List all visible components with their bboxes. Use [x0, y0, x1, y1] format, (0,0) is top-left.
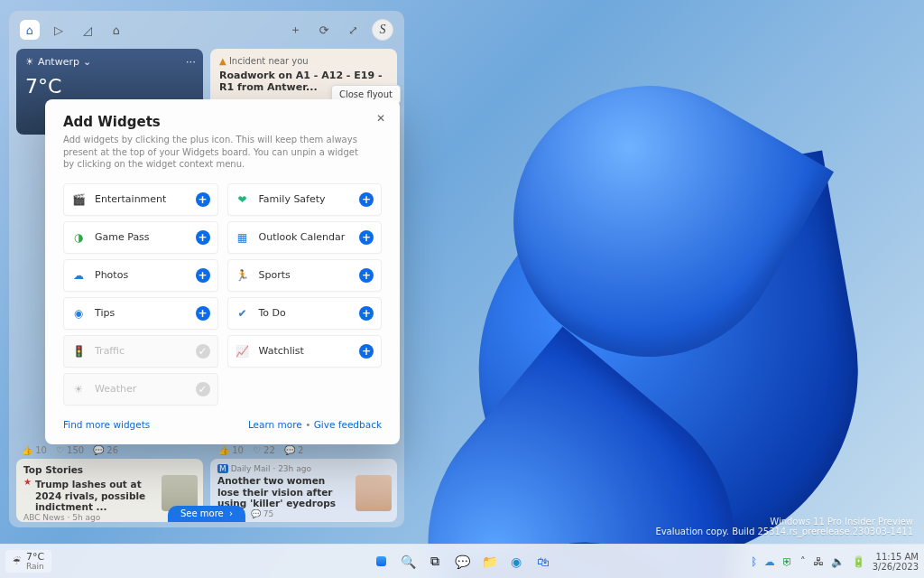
widget-icon: ✔: [236, 306, 250, 321]
widget-disabled-icon: ✓: [196, 382, 210, 396]
likes-count: 10: [218, 445, 244, 455]
refresh-icon[interactable]: ⟳: [314, 20, 334, 40]
story-headline: Trump lashes out at 2024 rivals, possibl…: [35, 479, 164, 513]
comments-count: 26: [93, 445, 118, 455]
avatar[interactable]: S: [372, 19, 393, 41]
modal-subtitle: Add widgets by clicking the plus icon. T…: [63, 134, 369, 171]
widget-name: Family Safety: [259, 193, 360, 205]
find-more-widgets-link[interactable]: Find more widgets: [63, 419, 150, 430]
expand-icon[interactable]: ⤢: [343, 20, 363, 40]
add-widgets-modal: ✕ Add Widgets Add widgets by clicking th…: [45, 99, 400, 444]
add-widget-button[interactable]: +: [359, 230, 374, 245]
widget-name: To Do: [259, 307, 360, 319]
volume-icon[interactable]: 🔈: [831, 555, 845, 568]
battery-icon[interactable]: 🔋: [852, 555, 865, 568]
widget-row-watchlist[interactable]: 📈Watchlist+: [227, 335, 383, 368]
widget-icon: 🚦: [71, 344, 86, 359]
chat-icon[interactable]: 💬: [451, 551, 473, 573]
bluetooth-icon[interactable]: ᛒ: [751, 555, 757, 568]
edge-icon[interactable]: ◉: [505, 551, 527, 573]
widget-icon: ❤: [236, 192, 250, 207]
likes-count: 10: [22, 445, 47, 455]
views-count: 150: [56, 445, 84, 455]
hearts-count: 22: [253, 445, 275, 455]
widget-name: Traffic: [95, 345, 196, 357]
widget-row-weather[interactable]: ☀Weather✓: [63, 373, 218, 406]
chart-icon[interactable]: ◿: [78, 20, 97, 40]
tag-icon[interactable]: ⌂: [106, 20, 126, 40]
add-widget-button[interactable]: +: [359, 306, 374, 321]
search-icon[interactable]: 🔍: [397, 551, 419, 573]
widget-name: Entertainment: [95, 193, 196, 205]
story-thumb: [356, 475, 392, 511]
widget-disabled-icon: ✓: [196, 344, 210, 359]
see-more-button[interactable]: See more ›: [168, 506, 245, 522]
widget-name: Weather: [95, 383, 196, 395]
stories-row: Top Stories ★Trump lashes out at 2024 ri…: [16, 459, 397, 522]
widget-row-tips[interactable]: ◉Tips+: [63, 297, 218, 330]
taskbar-clock[interactable]: 11:15 AM 3/26/2023: [873, 552, 919, 572]
story-source: Daily Mail · 23h ago: [231, 464, 311, 473]
widget-row-game-pass[interactable]: ◑Game Pass+: [63, 221, 218, 254]
modal-title: Add Widgets: [63, 114, 382, 130]
widget-row-family-safety[interactable]: ❤Family Safety+: [227, 183, 383, 216]
add-widget-button[interactable]: +: [196, 268, 210, 283]
play-icon[interactable]: ▷: [49, 20, 69, 40]
widget-name: Game Pass: [95, 231, 196, 243]
task-view-icon[interactable]: ⧉: [424, 551, 446, 573]
add-widget-button[interactable]: +: [359, 192, 374, 207]
explorer-icon[interactable]: 📁: [478, 551, 500, 573]
widget-icon: ◉: [71, 306, 86, 321]
traffic-tag: Incident near you: [229, 56, 309, 66]
give-feedback-link[interactable]: Give feedback: [314, 419, 382, 430]
add-widget-button[interactable]: +: [196, 306, 210, 321]
widget-name: Watchlist: [259, 345, 360, 357]
start-button[interactable]: [370, 551, 392, 573]
build-watermark: Windows 11 Pro Insider Preview Evaluatio…: [655, 517, 913, 536]
widget-name: Sports: [259, 269, 360, 281]
widget-row-outlook-calendar[interactable]: ▦Outlook Calendar+: [227, 221, 383, 254]
widget-icon: ☀: [71, 382, 86, 396]
network-icon[interactable]: 🖧: [813, 555, 824, 568]
widget-icon: ☁: [71, 268, 86, 283]
widget-name: Photos: [95, 269, 196, 281]
chevron-up-icon[interactable]: ˄: [800, 555, 806, 568]
close-icon[interactable]: ✕: [371, 108, 391, 128]
widget-icon: ◑: [71, 230, 86, 245]
add-widget-button[interactable]: +: [196, 192, 210, 207]
add-widget-button[interactable]: +: [196, 230, 210, 245]
widget-row-traffic[interactable]: 🚦Traffic✓: [63, 335, 218, 368]
story-headline: Another two women lose their vision afte…: [217, 475, 346, 509]
top-stories-label: Top Stories: [23, 464, 196, 475]
weather-temp: 7°C: [25, 75, 194, 98]
weather-location: Antwerp: [38, 56, 79, 68]
widget-icon: ▦: [236, 230, 250, 245]
widget-icon: 🏃: [236, 268, 250, 283]
security-icon[interactable]: ⛨: [782, 555, 793, 568]
learn-more-link[interactable]: Learn more: [248, 419, 302, 430]
comments-count: 2: [284, 445, 304, 455]
add-icon[interactable]: ＋: [285, 20, 305, 40]
widget-row-photos[interactable]: ☁Photos+: [63, 259, 218, 292]
add-widget-button[interactable]: +: [359, 344, 374, 359]
taskbar: ☔ 7°CRain 🔍 ⧉ 💬 📁 ◉ 🛍 ᛒ ☁ ⛨ ˄ 🖧 🔈 🔋 11:1…: [0, 544, 924, 578]
widget-icon: 📈: [236, 344, 250, 359]
widget-icon: 🎬: [71, 192, 86, 207]
onedrive-icon[interactable]: ☁: [764, 555, 775, 568]
widget-row-sports[interactable]: 🏃Sports+: [227, 259, 383, 292]
widget-row-to-do[interactable]: ✔To Do+: [227, 297, 383, 330]
widgets-header: ⌂ ▷ ◿ ⌂ ＋ ⟳ ⤢ S: [16, 18, 397, 42]
widget-row-entertainment[interactable]: 🎬Entertainment+: [63, 183, 218, 216]
widget-name: Tips: [95, 307, 196, 319]
taskbar-weather[interactable]: ☔ 7°CRain: [5, 550, 51, 573]
add-widget-button[interactable]: +: [359, 268, 374, 283]
store-icon[interactable]: 🛍: [532, 551, 554, 573]
widget-name: Outlook Calendar: [259, 231, 360, 243]
home-icon[interactable]: ⌂: [20, 20, 40, 40]
